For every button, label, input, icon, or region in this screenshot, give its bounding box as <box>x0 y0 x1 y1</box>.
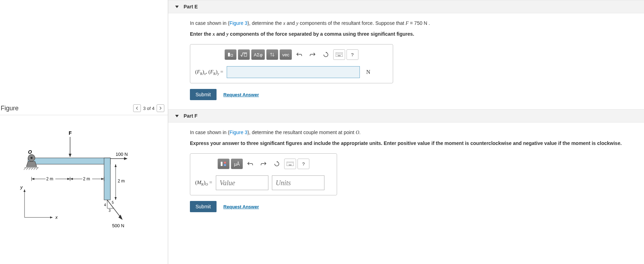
reset-button-f[interactable] <box>271 159 283 169</box>
figure-page-count: 3 of 4 <box>143 106 155 111</box>
svg-point-45 <box>341 53 342 54</box>
svg-rect-41 <box>336 53 343 57</box>
part-e-submit-button[interactable]: Submit <box>190 89 217 100</box>
figure-nav: 3 of 4 <box>133 104 164 112</box>
svg-rect-4 <box>28 158 110 164</box>
greek-button[interactable]: ΑΣφ <box>251 49 265 60</box>
part-f-variable-label: (MR)O = <box>195 180 212 186</box>
triangle-5: 5 <box>112 201 114 204</box>
part-e-submit-row: Submit Request Answer <box>190 89 636 100</box>
part-f-header[interactable]: Part F <box>168 109 644 123</box>
svg-point-42 <box>337 53 337 54</box>
svg-rect-55 <box>287 162 294 166</box>
undo-button-f[interactable] <box>244 159 256 169</box>
svg-line-13 <box>31 168 33 170</box>
svg-marker-33 <box>115 197 117 200</box>
svg-point-44 <box>340 53 340 54</box>
part-e-variable-label: (FR)x, (FR)y = <box>195 69 223 76</box>
units-button-f[interactable]: μÅ <box>231 159 243 169</box>
svg-point-43 <box>338 53 339 54</box>
part-e-header[interactable]: Part E <box>168 0 644 13</box>
svg-marker-54 <box>277 161 278 162</box>
keyboard-button[interactable] <box>333 49 345 60</box>
svg-line-10 <box>24 168 26 170</box>
svg-point-59 <box>292 162 293 163</box>
svg-rect-50 <box>338 56 341 56</box>
help-button-f[interactable]: ? <box>297 159 309 169</box>
svg-point-47 <box>338 54 339 55</box>
triangle-3: 3 <box>109 209 111 213</box>
figure-3-link-f[interactable]: Figure 3 <box>229 130 247 135</box>
figure-next-button[interactable] <box>157 104 164 112</box>
dim-2m-c: 2 m <box>118 179 125 183</box>
dim-2m-b: 2 m <box>83 176 90 181</box>
part-f-input-row: (MR)O = <box>195 175 332 190</box>
svg-point-57 <box>289 162 290 163</box>
sqrt-button[interactable] <box>238 49 250 60</box>
svg-point-48 <box>340 54 340 55</box>
svg-point-58 <box>290 162 291 163</box>
part-e-unit: N <box>363 69 370 75</box>
part-f-submit-row: Submit Request Answer <box>190 201 636 212</box>
part-e-request-answer-link[interactable]: Request Answer <box>224 92 259 97</box>
arrows-button[interactable] <box>266 49 278 60</box>
part-f-units-input[interactable] <box>272 175 324 190</box>
force-f-label: F <box>69 130 72 136</box>
chevron-down-icon <box>175 115 179 117</box>
part-e-answer-input[interactable] <box>227 66 360 78</box>
force-500n-label: 500 N <box>112 223 124 228</box>
keyboard-button-f[interactable] <box>284 159 296 169</box>
redo-button[interactable] <box>307 49 318 60</box>
part-f-answer-box: μÅ ? (MR)O = <box>190 153 337 195</box>
vec-button[interactable]: vec <box>280 49 292 60</box>
svg-line-14 <box>34 168 35 170</box>
svg-point-56 <box>288 162 288 163</box>
svg-rect-53 <box>224 164 226 166</box>
svg-marker-32 <box>115 164 117 167</box>
svg-rect-60 <box>289 165 292 166</box>
svg-marker-8 <box>26 161 37 167</box>
part-e-title: Part E <box>184 4 198 9</box>
redo-button-f[interactable] <box>258 159 269 169</box>
svg-marker-17 <box>69 154 71 157</box>
part-e-answer-box: ΑΣφ vec <box>190 44 393 83</box>
figure-prev-button[interactable] <box>133 104 141 112</box>
svg-rect-52 <box>224 162 226 164</box>
part-f-toolbar: μÅ ? <box>195 159 332 169</box>
axis-y-label: y <box>20 185 23 190</box>
figure-3-link[interactable]: Figure 3 <box>229 20 247 26</box>
svg-marker-3 <box>23 189 26 192</box>
figure-title: Figure <box>0 105 19 112</box>
help-button[interactable]: ? <box>347 49 358 60</box>
reset-button[interactable] <box>320 49 332 60</box>
part-e-body: In case shown in (Figure 3), determine t… <box>168 13 644 109</box>
part-f-request-answer-link[interactable]: Request Answer <box>224 204 259 209</box>
part-f-title: Part F <box>184 113 198 119</box>
force-100n-label: 100 N <box>116 152 128 157</box>
templates-button[interactable] <box>225 49 237 60</box>
svg-point-46 <box>337 54 337 55</box>
svg-rect-38 <box>231 54 233 56</box>
svg-line-12 <box>29 168 30 170</box>
svg-rect-39 <box>244 54 247 56</box>
figure-header: Figure 3 of 4 <box>0 102 168 115</box>
part-e-toolbar: ΑΣφ vec <box>195 49 388 60</box>
chevron-down-icon <box>175 6 179 8</box>
undo-button[interactable] <box>293 49 305 60</box>
svg-marker-40 <box>326 52 327 53</box>
part-e-input-row: (FR)x, (FR)y = N <box>195 66 388 78</box>
part-f-prompt: In case shown in (Figure 3), determine t… <box>190 129 636 136</box>
svg-marker-28 <box>101 178 104 180</box>
dim-2m-a: 2 m <box>46 176 53 181</box>
svg-line-11 <box>26 168 28 170</box>
part-f-value-input[interactable] <box>216 175 268 190</box>
part-f-submit-button[interactable]: Submit <box>190 201 217 212</box>
svg-marker-1 <box>50 216 53 218</box>
figure-panel: Figure 3 of 4 x y <box>0 0 168 264</box>
svg-marker-25 <box>32 178 34 180</box>
part-e-instruction: Enter the x and y components of the forc… <box>190 30 636 38</box>
part-f-instruction: Express your answer to three significant… <box>190 140 636 147</box>
figure-diagram: x y O <box>0 115 168 244</box>
templates-button-f[interactable] <box>218 159 229 169</box>
svg-marker-27 <box>70 178 73 180</box>
